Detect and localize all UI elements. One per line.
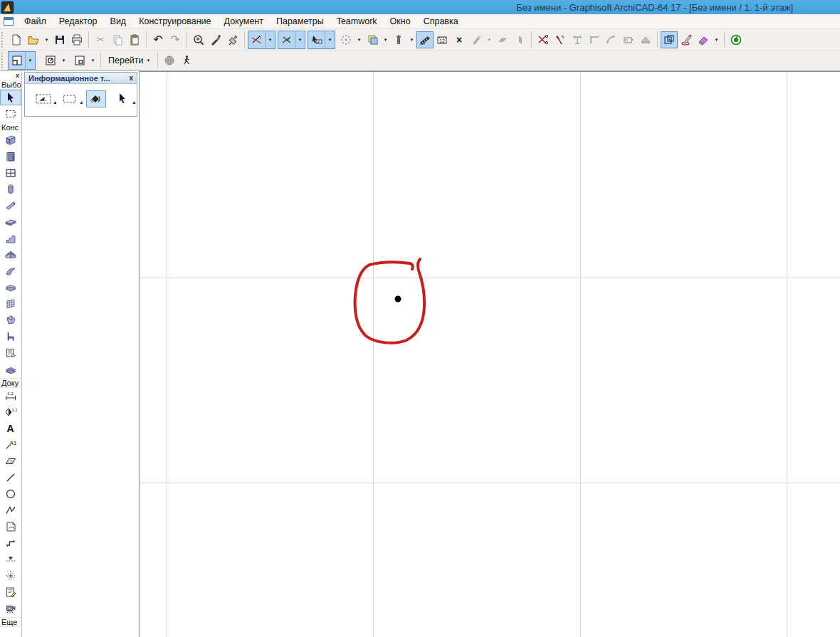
new-document-button[interactable] — [8, 31, 25, 48]
copy-button[interactable] — [109, 31, 126, 48]
tool-marquee[interactable] — [0, 106, 21, 122]
profile-pen-button[interactable] — [468, 31, 485, 48]
drawing-canvas[interactable] — [139, 71, 840, 637]
scale-toggle[interactable] — [416, 31, 434, 48]
layout-book-dropdown[interactable]: ▼ — [88, 52, 98, 69]
tool-elevation[interactable] — [0, 552, 21, 567]
tool-arrow[interactable] — [0, 90, 21, 105]
toolbar-drag-handle[interactable] — [1, 53, 6, 68]
favorites-dropdown[interactable]: ▼ — [407, 31, 416, 48]
save-button[interactable] — [51, 31, 68, 48]
quick-layers-button[interactable] — [364, 31, 381, 48]
menu-teamwork[interactable]: Teamwork — [330, 15, 384, 28]
tool-camera[interactable] — [0, 601, 21, 616]
undo-button[interactable]: ↶ — [149, 31, 167, 48]
menu-window[interactable]: Окно — [384, 15, 417, 28]
tool-roof[interactable] — [0, 247, 21, 263]
tool-interior-elevation[interactable] — [0, 568, 21, 584]
tool-morph[interactable] — [0, 312, 21, 328]
tool-door[interactable] — [0, 149, 21, 164]
tool-fill[interactable] — [0, 453, 21, 469]
tool-text[interactable]: A — [0, 421, 21, 436]
toolbox-section-more[interactable]: Еще — [0, 617, 21, 627]
tool-label[interactable]: A1 — [0, 437, 21, 453]
menu-view[interactable]: Вид — [104, 15, 133, 28]
deselect-eraser-button[interactable] — [86, 90, 106, 107]
inject-parameters-button[interactable] — [224, 31, 241, 48]
toolbox-section-design[interactable]: Конс — [0, 122, 21, 132]
cursor-tracker-toggle[interactable] — [308, 31, 325, 48]
tool-beam[interactable] — [0, 198, 21, 214]
floor-plan-dropdown[interactable]: ▼ — [26, 52, 35, 69]
info-box-header[interactable]: Информационное т... x — [25, 73, 137, 84]
purple-eraser-dropdown[interactable]: ▼ — [712, 31, 721, 48]
walk-explore-button[interactable] — [178, 52, 195, 69]
go-button[interactable]: Перейти ▼ — [104, 56, 154, 65]
select-marquee-button[interactable] — [33, 90, 53, 107]
zoom-button[interactable] — [190, 31, 207, 48]
print-button[interactable] — [68, 31, 85, 48]
snap-guides-dropdown[interactable]: ▼ — [295, 31, 305, 48]
resize-button[interactable] — [620, 31, 637, 48]
pick-up-parameters-button[interactable] — [207, 31, 224, 48]
tool-stair[interactable] — [0, 231, 21, 246]
tool-column[interactable] — [0, 181, 21, 197]
info-box-close-button[interactable]: x — [125, 74, 137, 82]
quick-options-button[interactable] — [42, 52, 59, 69]
favorites-button[interactable] — [390, 31, 407, 48]
trim-button[interactable] — [552, 31, 569, 48]
document-window-icon[interactable] — [4, 17, 14, 26]
purple-eraser-button[interactable] — [695, 31, 712, 48]
split-button[interactable] — [535, 31, 552, 48]
menu-file[interactable]: Файл — [18, 15, 53, 28]
paste-button[interactable] — [126, 31, 143, 48]
toolbox-section-document[interactable]: Доку — [0, 378, 21, 388]
floor-plan-button[interactable] — [9, 52, 26, 69]
measure-button[interactable]: 12 — [434, 31, 451, 48]
tool-worksheet[interactable] — [0, 584, 21, 600]
menu-help[interactable]: Справка — [417, 15, 465, 28]
guide-lines-toggle[interactable] — [248, 31, 266, 48]
tool-shell[interactable] — [0, 263, 21, 279]
redo-button[interactable]: ↷ — [167, 31, 184, 48]
toolbar-drag-handle[interactable] — [1, 32, 6, 48]
tool-mesh[interactable] — [0, 280, 21, 295]
tool-curtain-wall[interactable] — [0, 296, 21, 312]
tool-mesh-3d[interactable] — [0, 362, 21, 377]
layout-book-button[interactable] — [71, 52, 88, 69]
quick-options-dropdown[interactable]: ▼ — [59, 52, 68, 69]
tool-figure[interactable] — [0, 519, 21, 535]
marquee-mode-button[interactable] — [60, 90, 80, 107]
snap-points-dropdown[interactable]: ▼ — [355, 31, 364, 48]
highlight-pen-button[interactable] — [678, 31, 695, 48]
tool-circle[interactable] — [0, 486, 21, 502]
menu-options[interactable]: Параметры — [270, 15, 330, 28]
tool-window[interactable] — [0, 165, 21, 181]
eraser-flat-button[interactable] — [494, 31, 511, 48]
adjust-button[interactable] — [569, 31, 586, 48]
tool-object[interactable] — [0, 329, 21, 344]
quick-layers-dropdown[interactable]: ▼ — [381, 31, 390, 48]
menu-edit[interactable]: Редактор — [53, 15, 104, 28]
tool-dimension[interactable]: 1.2 — [0, 388, 21, 404]
tool-zone[interactable] — [0, 345, 21, 361]
arrow-tool-button[interactable] — [112, 90, 132, 107]
rebuild-button[interactable] — [728, 31, 745, 48]
close-window-button[interactable]: × — [451, 31, 468, 48]
open-project-button[interactable] — [25, 31, 42, 48]
snap-points-button[interactable] — [337, 31, 355, 48]
tool-wall[interactable] — [0, 132, 21, 148]
guide-lines-dropdown[interactable]: ▼ — [266, 31, 275, 48]
intersect-button[interactable] — [586, 31, 603, 48]
tool-line[interactable] — [0, 470, 21, 485]
blade-button[interactable] — [511, 31, 528, 48]
menu-document[interactable]: Документ — [218, 15, 270, 28]
menu-design[interactable]: Конструирование — [132, 15, 217, 28]
globe-button[interactable] — [161, 52, 178, 69]
open-project-dropdown[interactable]: ▼ — [42, 31, 51, 48]
tool-section[interactable] — [0, 535, 21, 551]
marquee-selection-toggle[interactable] — [661, 31, 678, 48]
profile-pen-dropdown[interactable]: ▼ — [485, 31, 494, 48]
cursor-tracker-dropdown[interactable]: ▼ — [325, 31, 335, 48]
tool-polyline[interactable] — [0, 502, 21, 518]
